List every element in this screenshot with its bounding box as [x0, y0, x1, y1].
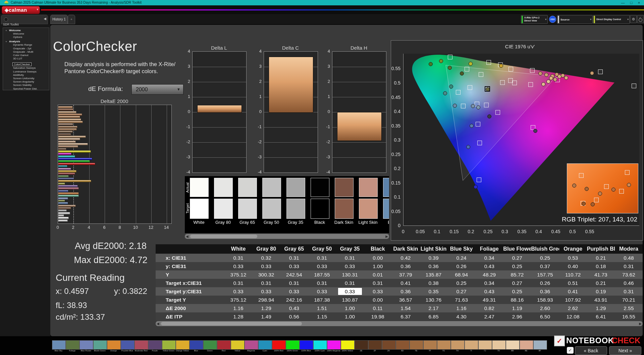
sidebar-item-additivity[interactable]: Additivity: [3, 73, 49, 77]
scrollbar-thumb[interactable]: [190, 235, 257, 238]
deltae-bar: [58, 212, 70, 214]
back-button[interactable]: « Back: [575, 346, 607, 355]
tab-history-1[interactable]: History 1: [50, 15, 68, 24]
tree-group-welcome[interactable]: ▾Welcome: [3, 29, 49, 32]
table-cell: 187.55: [308, 270, 336, 279]
sidebar-item-saturation-sweeps[interactable]: Saturation Sweeps: [3, 66, 49, 70]
deltae-bar: [58, 217, 69, 219]
patch-label: Gray 80: [213, 220, 233, 225]
deltae-gridline-10: [136, 105, 136, 223]
sidebar-item-colorchecker[interactable]: ColorChecker: [12, 62, 32, 66]
delta_c-y-tick-3: 3: [254, 64, 262, 69]
cie-measurement-point: [443, 91, 447, 95]
table-scrollbar[interactable]: ◀ ▶: [156, 321, 643, 326]
table-cell: 2.60: [531, 304, 559, 312]
cie-measurement-point: [469, 62, 473, 66]
cie-target-square: [468, 85, 472, 90]
scroll-right-icon[interactable]: ▶: [639, 321, 642, 326]
next-button[interactable]: Next »: [609, 346, 641, 355]
table-cell: 0.36: [531, 287, 559, 296]
sidebar-item-color-gamut[interactable]: Color Gamut: [3, 54, 49, 57]
settings-button[interactable]: ⚙: [630, 15, 637, 23]
meter-selector[interactable]: X-Rite i1Pro 2 Direct View ▾: [521, 15, 548, 24]
table-row-label: ΔE ITP: [156, 312, 224, 321]
table-row-label: ΔE 2000: [156, 304, 224, 312]
table-cell: 0.37: [531, 262, 559, 270]
sidebar-item-luminance-sweeps[interactable]: Luminance Sweeps: [3, 70, 49, 73]
sidebar-item-welcome[interactable]: Welcome: [3, 32, 49, 36]
sidebar-item-3d-lut[interactable]: 3D LUT: [3, 57, 49, 60]
table-row: ΔE ITP1.281.490.561.151.0019.986.376.854…: [156, 312, 643, 321]
sequence-swatch-label: 100% Blue: [299, 350, 313, 352]
sequence-swatch-7f: [423, 340, 437, 350]
deltae-chart-title: DeltaE 2000: [58, 98, 171, 104]
tree-expand-icon[interactable]: ▾: [6, 40, 7, 43]
chevron-down-icon: ▾: [590, 18, 591, 21]
deltae-bar: [58, 195, 79, 197]
sequence-swatch-label: Blue Sky: [52, 350, 65, 352]
table-cell: 1.54: [392, 304, 420, 312]
sequence-swatch-label: 5D: [395, 350, 409, 352]
inset-measurement-point: [572, 184, 576, 188]
collapse-left-icon[interactable]: ◀: [44, 17, 46, 20]
table-column-header: Gray 35: [336, 244, 364, 254]
power-button[interactable]: [637, 15, 644, 23]
table-cell: 0.31: [336, 254, 364, 262]
scroll-right-icon[interactable]: ▶: [385, 234, 388, 239]
sidebar-item-screen-stability[interactable]: Screen Stability: [3, 84, 49, 87]
minimize-button[interactable]: —: [619, 0, 627, 5]
tree-group-analysis[interactable]: ▾Analysis: [3, 40, 49, 43]
cie-y-tick: 0.3: [385, 137, 400, 143]
sidebar-item-grayscale-2pt[interactable]: Grayscale - 2pt: [3, 47, 49, 50]
table-cell: 0.00: [364, 254, 392, 262]
table-cell: 0.31: [336, 279, 364, 287]
delta_l-y-tick--2: -2: [182, 139, 190, 144]
close-button[interactable]: ×: [635, 0, 643, 5]
deltae-bar: [58, 155, 75, 158]
add-tab-button[interactable]: +: [68, 15, 75, 24]
deltae-x-tick-6: 6: [100, 225, 109, 230]
sidebar-item-spectral-power-dist-[interactable]: Spectral Power Dist.: [3, 87, 49, 90]
tree-expand-icon[interactable]: ▾: [6, 29, 7, 32]
de-formula-dropdown[interactable]: 2000 ▼: [131, 84, 183, 95]
sidebar-item-dynamic-range[interactable]: Dynamic Range: [3, 43, 49, 47]
scrollbar-thumb[interactable]: [161, 322, 302, 325]
table-cell: 73.62: [615, 270, 643, 279]
cie-y-tick: 0.35: [385, 123, 400, 129]
sidebar-item-screen-angularity[interactable]: Screen Angularity: [3, 80, 49, 84]
watermark-text-red: CHECK: [612, 336, 640, 345]
table-cell: 1.29: [252, 304, 280, 312]
table-column-header: Modera: [615, 244, 643, 254]
cie-y-tick: 0.45: [385, 95, 400, 100]
maximize-button[interactable]: □: [628, 0, 635, 5]
sequence-swatch-100-magenta: [327, 340, 341, 350]
table-row-label: y: CIE31: [156, 262, 224, 270]
table-cell: 0.33: [336, 287, 364, 296]
table-cell: 0.38: [420, 279, 447, 287]
cie-target-square: [495, 110, 500, 115]
meter-name: X-Rite i1Pro 2: [524, 16, 540, 19]
scroll-left-icon[interactable]: ◀: [186, 234, 189, 239]
sidebar-item-grayscale-multi[interactable]: Grayscale - Multi: [3, 50, 49, 54]
sidebar-item-screen-uniformity[interactable]: Screen Uniformity: [3, 77, 49, 80]
cie-measurement-point: [487, 114, 491, 118]
table-row: x: CIE310.310.320.310.310.310.000.420.39…: [156, 254, 643, 262]
sidebar-item-options[interactable]: Options: [3, 36, 49, 39]
scroll-left-icon[interactable]: ◀: [157, 321, 159, 326]
patch-strip-scrollbar[interactable]: ◀ ▶: [185, 234, 389, 239]
table-cell: 2.17: [420, 304, 447, 312]
display-control-selector[interactable]: Direct Display Control ▾: [593, 15, 630, 24]
table-cell: 0.82: [475, 304, 503, 312]
table-cell: 48.29: [475, 270, 503, 279]
table-corner-cell: [156, 244, 224, 254]
display-control-status-bar: [594, 16, 595, 23]
table-cell: 19.98: [364, 312, 392, 321]
table-column-header: Gray 65: [280, 244, 308, 254]
source-selector[interactable]: Source ▾: [557, 15, 593, 24]
table-cell: 1.29: [587, 304, 615, 312]
sequence-swatch-label: Blue: [189, 350, 203, 352]
deltae-x-tick-12: 12: [146, 225, 156, 230]
table-cell: 0.41: [392, 279, 420, 287]
cie-x-tick: 0.5: [565, 229, 580, 234]
calman-menu-button[interactable]: ◈calman ▾: [2, 6, 40, 14]
